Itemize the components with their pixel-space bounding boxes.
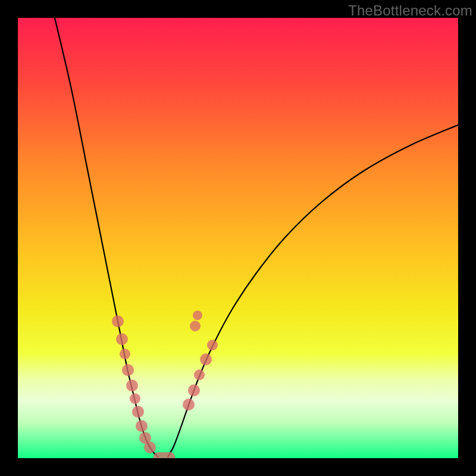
data-marker bbox=[207, 340, 218, 350]
data-marker bbox=[116, 333, 128, 345]
data-marker bbox=[193, 311, 202, 320]
data-marker bbox=[190, 321, 201, 331]
data-marker bbox=[183, 399, 195, 411]
data-marker bbox=[120, 349, 130, 359]
plot-frame bbox=[18, 18, 458, 458]
curves-layer bbox=[18, 18, 458, 458]
data-marker bbox=[188, 384, 200, 396]
data-marker bbox=[122, 364, 134, 376]
data-marker bbox=[136, 420, 148, 432]
watermark-text: TheBottleneck.com bbox=[348, 2, 472, 19]
data-markers bbox=[112, 311, 218, 458]
data-marker bbox=[194, 369, 205, 380]
left-curve bbox=[55, 18, 158, 457]
data-marker bbox=[130, 393, 140, 404]
right-curve bbox=[168, 125, 458, 457]
data-marker bbox=[132, 406, 144, 418]
data-marker bbox=[200, 353, 212, 365]
data-marker bbox=[126, 380, 138, 392]
marker-pill bbox=[154, 452, 175, 458]
data-marker bbox=[112, 315, 124, 327]
data-marker bbox=[144, 441, 156, 453]
